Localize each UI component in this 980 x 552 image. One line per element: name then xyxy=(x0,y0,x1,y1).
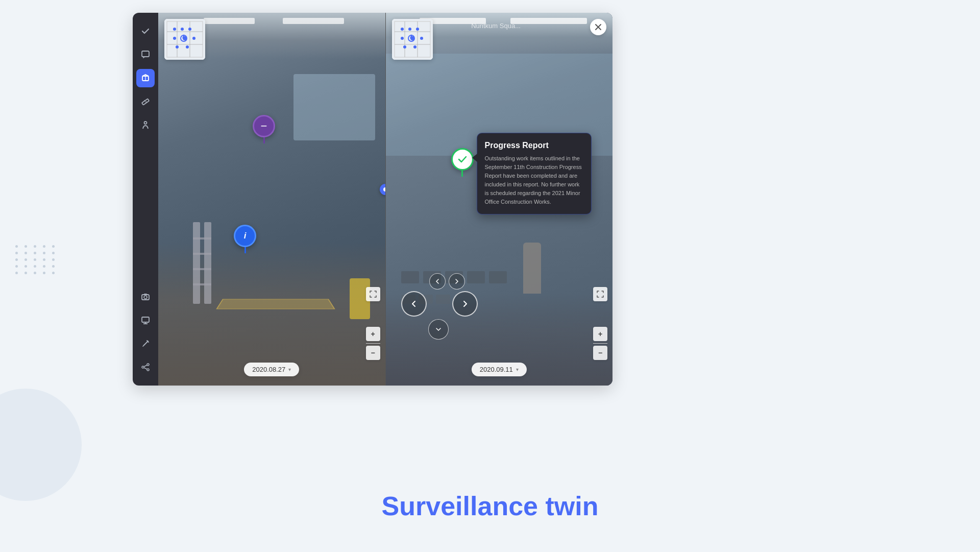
person-silhouette xyxy=(523,243,541,294)
left-date-text: 2020.08.27 xyxy=(252,366,285,373)
right-mini-map[interactable] xyxy=(392,19,433,60)
svg-point-48 xyxy=(413,45,416,49)
svg-point-14 xyxy=(147,364,149,366)
right-zoom-controls: + − xyxy=(593,327,607,360)
zoom-in-left[interactable]: + xyxy=(366,327,380,341)
sidebar-item-pencil[interactable] xyxy=(136,334,155,353)
windows-left xyxy=(293,74,375,140)
light-bar-1 xyxy=(204,18,255,24)
left-fullscreen-btn[interactable] xyxy=(366,287,380,301)
close-button[interactable] xyxy=(590,19,606,35)
ceiling-light-r2 xyxy=(510,18,587,24)
svg-rect-0 xyxy=(142,51,149,57)
divider-right xyxy=(593,343,607,344)
dot-grid-decoration xyxy=(15,245,57,274)
left-mini-map[interactable] xyxy=(164,19,205,60)
progress-popup-title: Progress Report xyxy=(485,141,583,150)
pin-tail-minus xyxy=(263,137,265,143)
svg-point-44 xyxy=(401,37,404,40)
pin-tail-check xyxy=(461,171,463,177)
mini-map-svg-right xyxy=(392,19,433,60)
left-zoom-controls: + − xyxy=(366,327,380,360)
location-label: Nuritkum Squa... xyxy=(471,22,521,30)
main-viewer: − i xyxy=(133,13,612,386)
pin-minus[interactable]: − xyxy=(253,115,275,143)
right-date-text: 2020.09.11 xyxy=(480,366,513,373)
zoom-in-right[interactable]: + xyxy=(593,327,607,341)
nav-arrow-right[interactable] xyxy=(452,291,478,317)
svg-rect-9 xyxy=(144,294,147,295)
sidebar-item-camera[interactable] xyxy=(136,287,155,306)
svg-line-13 xyxy=(143,341,148,346)
nav-arrow-down[interactable] xyxy=(428,319,449,340)
svg-point-30 xyxy=(192,37,195,40)
pin-circle-info: i xyxy=(234,225,256,247)
fullscreen-icon-left[interactable] xyxy=(366,287,380,301)
panels-container: − i xyxy=(158,13,612,386)
svg-point-31 xyxy=(176,45,179,49)
sidebar xyxy=(133,13,158,386)
left-date-chevron: ▾ xyxy=(288,367,291,372)
sidebar-item-share[interactable] xyxy=(136,358,155,376)
pin-check[interactable]: Progress Report Outstanding work items o… xyxy=(451,148,474,177)
sidebar-item-3dview[interactable] xyxy=(136,69,155,87)
svg-point-46 xyxy=(420,37,423,40)
svg-line-18 xyxy=(144,368,147,369)
svg-point-16 xyxy=(147,369,149,371)
nav-small-right[interactable] xyxy=(449,273,465,290)
svg-point-15 xyxy=(142,366,144,368)
right-nav-arrows xyxy=(401,273,478,340)
right-panel[interactable]: Nuritkum Squa... Progress Report Outstan… xyxy=(386,13,613,386)
divider-left xyxy=(366,343,380,344)
right-date-badge[interactable]: 2020.09.11 ▾ xyxy=(472,363,527,376)
svg-point-32 xyxy=(186,45,189,49)
zoom-out-left[interactable]: − xyxy=(366,346,380,360)
light-bar-2 xyxy=(283,18,344,24)
nav-small-arrows xyxy=(429,273,465,290)
nav-small-left[interactable] xyxy=(429,273,446,290)
progress-popup-text: Outstanding work items outlined in the S… xyxy=(485,154,583,206)
sidebar-item-comment[interactable] xyxy=(136,45,155,64)
fullscreen-icon-right[interactable] xyxy=(593,287,607,301)
svg-point-8 xyxy=(144,296,147,299)
popup-arrow xyxy=(472,154,477,162)
mini-map-svg-left xyxy=(164,19,205,60)
pin-tail-info xyxy=(244,247,246,253)
svg-rect-10 xyxy=(142,317,149,322)
sidebar-item-screen[interactable] xyxy=(136,311,155,329)
page-title-container: Surveillance twin xyxy=(382,491,599,521)
svg-point-41 xyxy=(401,28,404,31)
svg-point-25 xyxy=(173,28,176,31)
zoom-out-right[interactable]: − xyxy=(593,346,607,360)
pin-circle-minus: − xyxy=(253,115,275,137)
svg-line-17 xyxy=(144,365,147,367)
left-date-badge[interactable]: 2020.08.27 ▾ xyxy=(244,363,299,376)
svg-point-6 xyxy=(144,122,147,124)
svg-point-28 xyxy=(173,37,176,40)
left-panel[interactable]: − i xyxy=(158,13,386,386)
right-fullscreen-btn[interactable] xyxy=(593,287,607,301)
sidebar-item-person[interactable] xyxy=(136,116,155,134)
sidebar-item-check[interactable] xyxy=(136,22,155,40)
svg-point-26 xyxy=(181,28,184,31)
svg-point-43 xyxy=(416,28,419,31)
pin-circle-check xyxy=(451,148,474,171)
progress-popup: Progress Report Outstanding work items o… xyxy=(477,133,592,214)
right-date-chevron: ▾ xyxy=(516,367,519,372)
svg-rect-3 xyxy=(142,99,149,105)
page-title: Surveillance twin xyxy=(382,491,599,521)
sidebar-item-ruler[interactable] xyxy=(136,92,155,111)
nav-arrow-left[interactable] xyxy=(401,291,427,317)
svg-point-47 xyxy=(403,45,406,49)
svg-point-27 xyxy=(188,28,191,31)
floor-tape xyxy=(216,299,335,309)
svg-point-42 xyxy=(408,28,411,31)
pin-info[interactable]: i xyxy=(234,225,256,253)
